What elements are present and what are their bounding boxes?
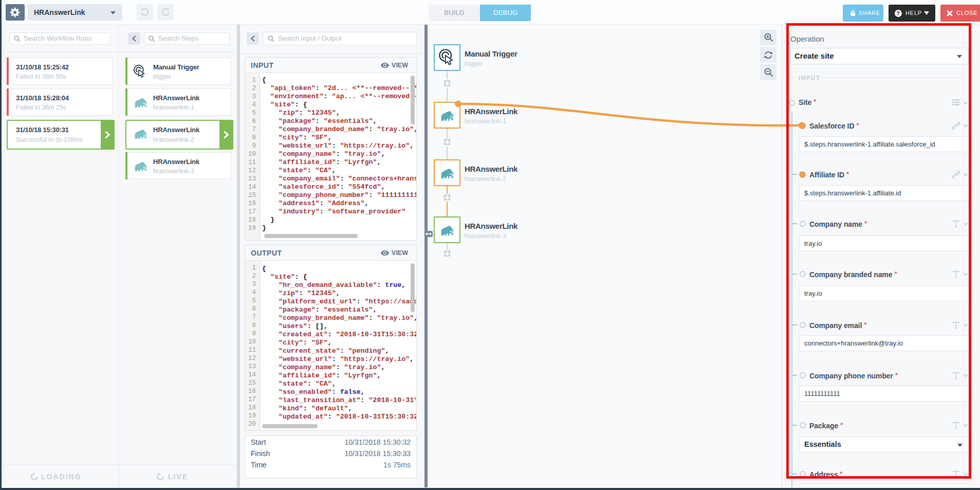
svg-text:?: ? (896, 11, 900, 16)
